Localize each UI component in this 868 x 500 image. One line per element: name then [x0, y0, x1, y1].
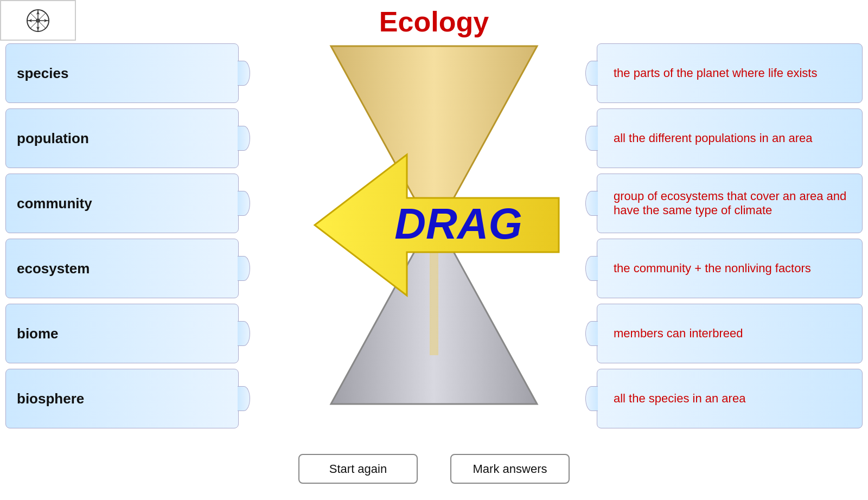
- term-label-community: community: [17, 195, 92, 212]
- term-label-biome: biome: [17, 325, 59, 342]
- start-again-button[interactable]: Start again: [298, 454, 418, 484]
- term-label-species: species: [17, 65, 68, 82]
- def-card-6[interactable]: all the species in an area: [597, 369, 863, 428]
- term-cards-container: species population community ecosystem b…: [5, 43, 239, 428]
- term-label-population: population: [17, 130, 89, 147]
- def-text-3: group of ecosystems that cover an area a…: [614, 189, 854, 217]
- def-text-6: all the species in an area: [614, 392, 745, 406]
- def-text-4: the community + the nonliving factors: [614, 261, 811, 275]
- term-card-community[interactable]: community: [5, 174, 239, 233]
- def-card-2[interactable]: all the different populations in an area: [597, 108, 863, 168]
- def-card-3[interactable]: group of ecosystems that cover an area a…: [597, 174, 863, 233]
- def-card-1[interactable]: the parts of the planet where life exist…: [597, 43, 863, 103]
- term-card-ecosystem[interactable]: ecosystem: [5, 239, 239, 298]
- term-label-biosphere: biosphere: [17, 390, 84, 407]
- compass-icon: [25, 8, 51, 34]
- mark-answers-button[interactable]: Mark answers: [450, 454, 570, 484]
- def-text-1: the parts of the planet where life exist…: [614, 66, 817, 80]
- def-cards-container: the parts of the planet where life exist…: [597, 43, 863, 428]
- def-text-5: members can interbreed: [614, 326, 743, 341]
- term-card-population[interactable]: population: [5, 108, 239, 168]
- term-card-biome[interactable]: biome: [5, 304, 239, 363]
- def-card-5[interactable]: members can interbreed: [597, 304, 863, 363]
- svg-text:DRAG: DRAG: [394, 200, 522, 248]
- term-label-ecosystem: ecosystem: [17, 260, 90, 277]
- compass-button[interactable]: [0, 0, 76, 41]
- term-card-species[interactable]: species: [5, 43, 239, 103]
- def-text-2: all the different populations in an area: [614, 131, 813, 145]
- page-title: Ecology: [0, 5, 868, 38]
- bottom-buttons-container: Start again Mark answers: [298, 454, 570, 484]
- term-card-biosphere[interactable]: biosphere: [5, 369, 239, 428]
- hourglass-graphic: DRAG: [298, 41, 570, 409]
- def-card-4[interactable]: the community + the nonliving factors: [597, 239, 863, 298]
